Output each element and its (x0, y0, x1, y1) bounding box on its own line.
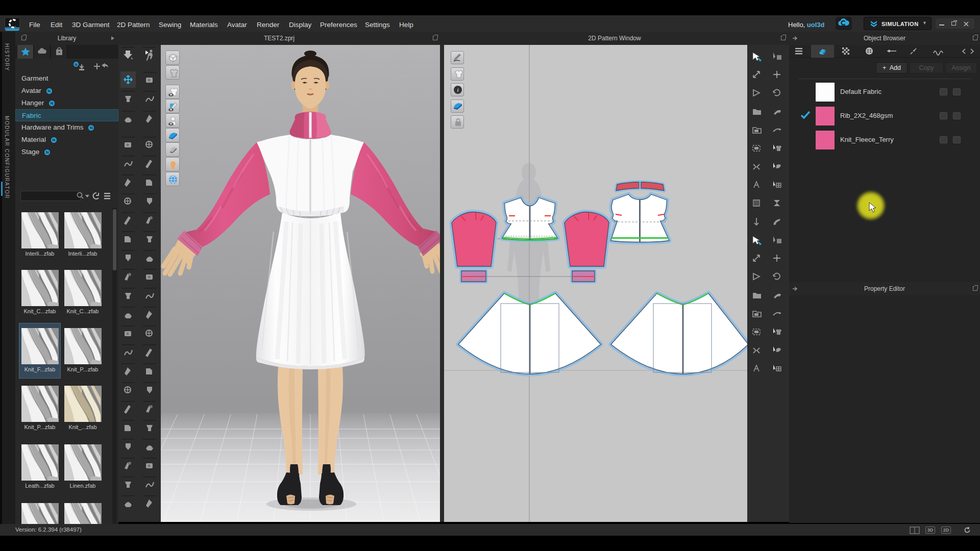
svg-text:i: i (457, 87, 458, 93)
